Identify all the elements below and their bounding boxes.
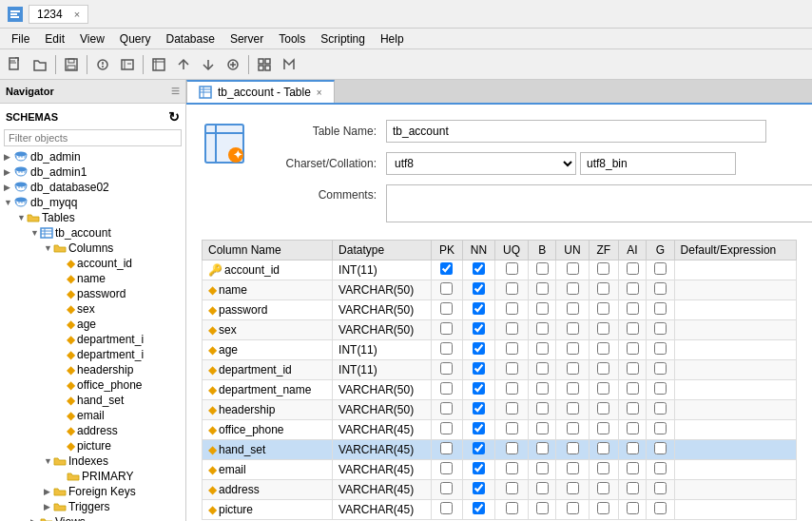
tree-item[interactable]: ▶Triggers xyxy=(0,499,185,514)
col-zf[interactable] xyxy=(589,340,618,360)
col-ai[interactable] xyxy=(618,320,646,340)
col-g[interactable] xyxy=(647,420,674,440)
col-b[interactable] xyxy=(529,480,556,500)
navigator-options-icon[interactable]: ≡ xyxy=(171,83,180,100)
col-b[interactable] xyxy=(529,460,556,480)
col-nn[interactable] xyxy=(462,420,494,440)
tree-item[interactable]: ▶db_admin1 xyxy=(0,164,185,180)
menu-server[interactable]: Server xyxy=(222,30,271,48)
col-nn[interactable] xyxy=(462,280,494,300)
tree-item[interactable]: ◆picture xyxy=(0,438,185,453)
tree-item[interactable]: ◆sex xyxy=(0,301,185,317)
table-row[interactable]: ◆password VARCHAR(50) xyxy=(203,300,797,320)
menu-view[interactable]: View xyxy=(72,30,112,48)
col-nn[interactable] xyxy=(462,340,494,360)
tree-item[interactable]: PRIMARY xyxy=(0,469,185,484)
col-uq[interactable] xyxy=(495,500,529,520)
col-un[interactable] xyxy=(556,420,589,440)
menu-query[interactable]: Query xyxy=(112,30,159,48)
col-ai[interactable] xyxy=(618,260,646,280)
col-g[interactable] xyxy=(647,340,674,360)
tab-tb-account[interactable]: tb_account - Table × xyxy=(186,80,335,103)
collation-input[interactable] xyxy=(580,152,736,175)
tree-item[interactable]: ▶db_admin xyxy=(0,149,185,164)
col-zf[interactable] xyxy=(589,320,618,340)
table-row[interactable]: ◆headership VARCHAR(50) xyxy=(203,400,797,420)
tree-item[interactable]: ◆headership xyxy=(0,362,185,377)
table-row[interactable]: ◆address VARCHAR(45) xyxy=(203,480,797,500)
tree-item[interactable]: ▶Views xyxy=(0,514,185,521)
table-row[interactable]: 🔑account_id INT(11) xyxy=(203,260,797,280)
col-un[interactable] xyxy=(556,500,589,520)
tree-item[interactable]: ▼tb_account xyxy=(0,225,185,241)
tree-item[interactable]: ▼db_myqq xyxy=(0,195,185,210)
col-un[interactable] xyxy=(556,380,589,400)
col-b[interactable] xyxy=(529,300,556,320)
col-b[interactable] xyxy=(529,380,556,400)
table-row[interactable]: ◆age INT(11) xyxy=(203,340,797,360)
col-zf[interactable] xyxy=(589,460,618,480)
col-b[interactable] xyxy=(529,400,556,420)
toolbar-btn9[interactable] xyxy=(253,53,276,76)
toolbar-btn10[interactable] xyxy=(278,53,300,76)
tree-item[interactable]: ◆age xyxy=(0,317,185,332)
col-g[interactable] xyxy=(647,480,674,500)
col-pk[interactable] xyxy=(432,300,463,320)
col-zf[interactable] xyxy=(589,380,618,400)
col-zf[interactable] xyxy=(589,280,618,300)
tree-item[interactable]: ◆department_i xyxy=(0,347,185,362)
col-ai[interactable] xyxy=(618,340,646,360)
menu-scripting[interactable]: Scripting xyxy=(313,30,373,48)
title-tab[interactable]: 1234 × xyxy=(29,5,88,24)
col-ai[interactable] xyxy=(618,300,646,320)
tab-close-btn[interactable]: × xyxy=(317,87,322,98)
filter-input[interactable] xyxy=(4,129,182,146)
tree-item[interactable]: ◆password xyxy=(0,286,185,301)
col-pk[interactable] xyxy=(432,380,463,400)
menu-file[interactable]: File xyxy=(4,30,37,48)
col-b[interactable] xyxy=(529,500,556,520)
col-un[interactable] xyxy=(556,440,589,460)
col-uq[interactable] xyxy=(495,340,529,360)
tree-item[interactable]: ▼Tables xyxy=(0,210,185,225)
col-b[interactable] xyxy=(529,320,556,340)
table-row[interactable]: ◆hand_set VARCHAR(45) xyxy=(203,440,797,460)
table-row[interactable]: ◆picture VARCHAR(45) xyxy=(203,500,797,520)
toolbar-btn4[interactable] xyxy=(116,53,139,76)
col-uq[interactable] xyxy=(495,360,529,380)
col-un[interactable] xyxy=(556,360,589,380)
col-nn[interactable] xyxy=(462,480,494,500)
col-ai[interactable] xyxy=(618,480,646,500)
col-pk[interactable] xyxy=(432,280,463,300)
table-row[interactable]: ◆department_id INT(11) xyxy=(203,360,797,380)
col-uq[interactable] xyxy=(495,400,529,420)
toolbar-btn6[interactable] xyxy=(172,53,195,76)
col-pk[interactable] xyxy=(432,460,463,480)
col-uq[interactable] xyxy=(495,380,529,400)
toolbar-new[interactable] xyxy=(4,53,27,76)
col-pk[interactable] xyxy=(432,260,463,280)
col-uq[interactable] xyxy=(495,320,529,340)
col-b[interactable] xyxy=(529,420,556,440)
col-zf[interactable] xyxy=(589,300,618,320)
comments-textarea[interactable] xyxy=(386,184,812,222)
tree-item[interactable]: ▶Foreign Keys xyxy=(0,484,185,499)
tree-item[interactable]: ▼Columns xyxy=(0,241,185,256)
col-zf[interactable] xyxy=(589,480,618,500)
col-pk[interactable] xyxy=(432,320,463,340)
col-nn[interactable] xyxy=(462,320,494,340)
menu-database[interactable]: Database xyxy=(159,30,222,48)
table-row[interactable]: ◆department_name VARCHAR(50) xyxy=(203,380,797,400)
col-nn[interactable] xyxy=(462,300,494,320)
toolbar-btn5[interactable] xyxy=(147,53,170,76)
schemas-refresh-icon[interactable]: ↻ xyxy=(168,109,180,125)
col-uq[interactable] xyxy=(495,480,529,500)
tree-item[interactable]: ▶db_database02 xyxy=(0,180,185,195)
tree-item[interactable]: ◆office_phone xyxy=(0,377,185,393)
col-ai[interactable] xyxy=(618,500,646,520)
tree-item[interactable]: ◆hand_set xyxy=(0,393,185,408)
col-pk[interactable] xyxy=(432,420,463,440)
col-pk[interactable] xyxy=(432,340,463,360)
tree-item[interactable]: ◆department_i xyxy=(0,332,185,347)
col-g[interactable] xyxy=(647,460,674,480)
